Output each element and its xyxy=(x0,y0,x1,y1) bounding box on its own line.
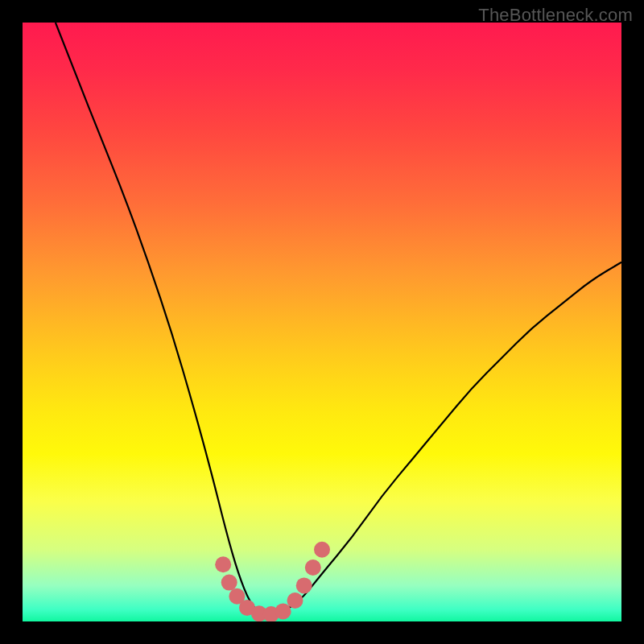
curve-marker xyxy=(296,577,312,593)
curve-markers xyxy=(215,542,330,621)
curve-marker xyxy=(263,606,279,621)
curve-marker xyxy=(239,600,255,616)
curve-marker xyxy=(287,592,303,609)
curve-marker xyxy=(275,603,291,619)
curve-marker xyxy=(314,542,330,558)
curve-svg xyxy=(23,23,621,621)
chart-frame: TheBottleneck.com xyxy=(0,0,644,644)
curve-marker xyxy=(229,588,245,605)
curve-marker xyxy=(251,605,267,621)
curve-marker xyxy=(305,559,321,576)
plot-area xyxy=(23,23,621,621)
curve-marker xyxy=(215,556,231,572)
watermark-text: TheBottleneck.com xyxy=(478,5,633,26)
bottleneck-curve-path xyxy=(56,23,621,616)
curve-marker xyxy=(221,575,237,591)
